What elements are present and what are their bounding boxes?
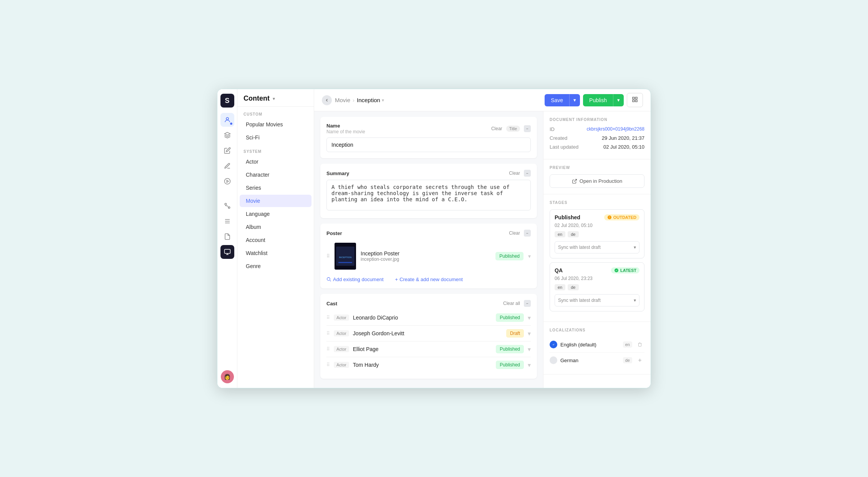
stage-outdated-badge: OUTDATED [604, 214, 639, 220]
breadcrumb-sep: › [353, 97, 354, 103]
nav-icon-edit2[interactable] [220, 159, 234, 173]
doc-created-label: Created [550, 135, 567, 141]
publish-button[interactable]: Publish [583, 94, 613, 106]
poster-drag-handle[interactable]: ⠿ [326, 253, 330, 259]
sync-qa-button[interactable]: Sync with latest draft ▾ [555, 294, 639, 306]
nav-item-account[interactable]: Account [240, 234, 311, 246]
cast-chevron-icon[interactable]: ▾ [528, 346, 531, 353]
locale-german-add-button[interactable] [635, 356, 644, 365]
publish-btn-group: Publish ▾ [583, 94, 624, 106]
cast-field-actions: Clear all − [503, 300, 531, 307]
cast-chevron-icon[interactable]: ▾ [528, 314, 531, 321]
doc-updated-row: Last updated 02 Jul 2020, 05:10 [550, 144, 644, 150]
nav-chevron-icon: ▾ [273, 96, 275, 101]
layout-button[interactable] [627, 93, 643, 107]
svg-point-24 [609, 218, 610, 219]
collapse-nav-btn[interactable] [322, 95, 332, 105]
svg-rect-9 [224, 249, 230, 253]
svg-point-20 [327, 278, 330, 281]
cast-name: Joseph Gordon-Levitt [353, 330, 502, 336]
open-production-button[interactable]: Open in Production [550, 174, 644, 188]
nav-item-sci-fi[interactable]: Sci-Fi [240, 131, 311, 144]
nav-icon-play[interactable] [220, 174, 234, 188]
nav-icon-terminal[interactable] [220, 245, 234, 259]
summary-textarea[interactable]: A thief who steals corporate secrets thr… [326, 180, 531, 210]
poster-item: ⠿ INCEPTION Inception Poster [326, 240, 531, 273]
breadcrumb-parent[interactable]: Movie [335, 97, 350, 103]
locale-tag-de: de [568, 231, 578, 237]
drag-handle[interactable]: ⠿ [326, 331, 330, 336]
name-field-sublabel: Name of the movie [326, 129, 365, 134]
stage-qa-card: QA LATEST 06 Jul 2020, 23:23 en de [550, 262, 644, 311]
poster-item-chevron[interactable]: ▾ [528, 253, 531, 259]
cast-name: Tom Hardy [353, 362, 492, 368]
nav-icon-api[interactable] [220, 199, 234, 213]
drag-handle[interactable]: ⠿ [326, 315, 330, 320]
nav-item-actor[interactable]: Actor [240, 156, 311, 168]
poster-collapse-button[interactable]: − [524, 230, 531, 237]
cast-status-badge: Published [496, 313, 524, 322]
drag-handle[interactable]: ⠿ [326, 346, 330, 352]
nav-item-album[interactable]: Album [240, 221, 311, 233]
stages-title: STAGES [550, 200, 644, 205]
name-field-section: Name Name of the movie Clear Title − [320, 117, 537, 158]
publish-dropdown-button[interactable]: ▾ [613, 94, 624, 106]
system-section-label: SYSTEM [237, 144, 314, 155]
doc-id-label: ID [550, 126, 555, 132]
nav-icon-layers[interactable] [220, 128, 234, 142]
cast-collapse-button[interactable]: − [524, 300, 531, 307]
user-avatar[interactable]: 👩 [221, 370, 234, 383]
nav-item-genre[interactable]: Genre [240, 260, 311, 272]
save-dropdown-button[interactable]: ▾ [569, 94, 580, 106]
localizations-section: LOCALIZATIONS English (default) en [543, 322, 651, 374]
stage-published-name: Published [555, 214, 580, 220]
create-add-link[interactable]: + Create & add new document [395, 277, 463, 282]
drag-handle[interactable]: ⠿ [326, 362, 330, 368]
nav-icon-content[interactable] [220, 113, 234, 127]
cast-type: Actor [334, 315, 349, 321]
nav-item-series[interactable]: Series [240, 182, 311, 194]
locale-dot-inactive [550, 356, 557, 364]
name-field-label: Name [326, 123, 365, 129]
nav-item-movie[interactable]: Movie [240, 195, 311, 207]
stage-qa-header: QA LATEST [555, 267, 639, 273]
svg-point-2 [224, 179, 230, 184]
cast-chevron-icon[interactable]: ▾ [528, 361, 531, 369]
svg-rect-19 [338, 262, 352, 263]
save-button[interactable]: Save [545, 94, 569, 106]
stage-published-date: 02 Jul 2020, 05:10 [555, 223, 639, 228]
left-nav: Content ▾ CUSTOM Popular Movies Sci-Fi S… [237, 89, 314, 388]
nav-item-character[interactable]: Character [240, 169, 311, 181]
name-field-header: Name Name of the movie Clear Title − [326, 123, 531, 134]
sync-published-button[interactable]: Sync with latest draft ▾ [555, 241, 639, 253]
doc-updated-label: Last updated [550, 144, 578, 150]
nav-icon-settings[interactable] [220, 214, 234, 228]
stage-published-card: Published OUTDATED 02 Jul 2020, 05:10 en… [550, 209, 644, 258]
name-input[interactable] [326, 137, 531, 152]
cast-type: Actor [334, 362, 349, 368]
cast-row: ⠿ Actor Joseph Gordon-Levitt Draft ▾ [326, 326, 531, 341]
cast-type: Actor [334, 346, 349, 352]
cast-status-badge: Published [496, 361, 524, 369]
cast-chevron-icon[interactable]: ▾ [528, 330, 531, 337]
cast-name: Elliot Page [353, 346, 492, 352]
summary-collapse-button[interactable]: − [524, 170, 531, 177]
nav-icon-edit[interactable] [220, 144, 234, 157]
summary-clear-button[interactable]: Clear [509, 171, 520, 176]
breadcrumb-current: Inception ▾ [357, 97, 384, 103]
locale-english-delete-button[interactable] [635, 340, 644, 349]
poster-clear-button[interactable]: Clear [509, 230, 520, 236]
stage-latest-badge: LATEST [611, 267, 639, 273]
name-clear-button[interactable]: Clear [491, 126, 502, 131]
nav-item-watchlist[interactable]: Watchlist [240, 247, 311, 259]
cast-field-header: Cast Clear all − [326, 300, 531, 307]
nav-icon-docs[interactable] [220, 230, 234, 243]
cast-clear-all-button[interactable]: Clear all [503, 301, 520, 306]
nav-item-popular-movies[interactable]: Popular Movies [240, 118, 311, 131]
name-collapse-button[interactable]: − [524, 125, 531, 132]
nav-item-language[interactable]: Language [240, 208, 311, 220]
localization-english-row: English (default) en [550, 337, 644, 353]
preview-section: PREVIEW Open in Production [543, 159, 651, 194]
nav-title: Content [244, 94, 270, 103]
add-existing-link[interactable]: Add existing document [326, 277, 384, 282]
